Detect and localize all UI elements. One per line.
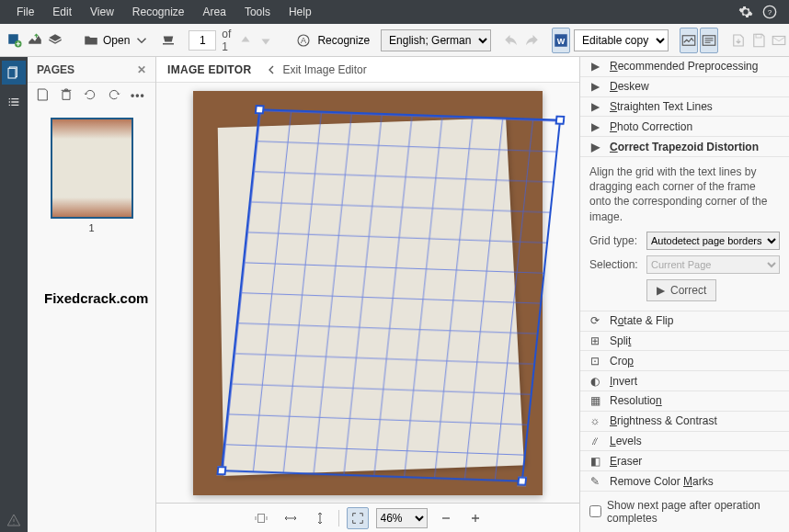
- fit-window-icon[interactable]: [347, 507, 369, 529]
- list-tab-icon[interactable]: [2, 90, 26, 114]
- correct-button[interactable]: ▶Correct: [646, 279, 716, 301]
- rp-split[interactable]: ⊞Split: [580, 332, 789, 352]
- page-thumbnail[interactable]: [51, 118, 133, 219]
- help-icon[interactable]: ?: [758, 0, 782, 24]
- menu-help[interactable]: Help: [280, 0, 321, 24]
- selection-select[interactable]: Current Page: [646, 255, 780, 274]
- undo-button[interactable]: [502, 28, 520, 53]
- rp-brightness[interactable]: ☼Brightness & Contrast: [580, 412, 789, 432]
- rp-recommended[interactable]: ▶Recommended Preprocessing: [580, 57, 789, 77]
- rotate-right-icon[interactable]: [107, 87, 121, 105]
- menu-area[interactable]: Area: [194, 0, 235, 24]
- menu-file[interactable]: File: [7, 0, 43, 24]
- thumb-label: 1: [88, 222, 94, 233]
- warning-icon[interactable]: [2, 508, 26, 532]
- split-icon: ⊞: [588, 334, 602, 348]
- fit-page-icon[interactable]: [250, 507, 272, 529]
- grid-handle-br[interactable]: [517, 476, 527, 485]
- brightness-icon: ☼: [588, 413, 602, 428]
- rp-trapezoid-panel: Align the grid with the text lines by dr…: [580, 157, 789, 311]
- document-background: [193, 91, 543, 495]
- svg-text:A: A: [301, 36, 306, 45]
- recognize-button[interactable]: A Recognize: [286, 28, 379, 53]
- open-label: Open: [103, 34, 130, 47]
- rotate-icon: ⟳: [588, 313, 602, 328]
- menu-view[interactable]: View: [81, 0, 123, 24]
- rp-remove-marks[interactable]: ✎Remove Color Marks: [580, 471, 789, 492]
- close-pages-icon[interactable]: ✕: [137, 63, 146, 76]
- scan-button[interactable]: [159, 28, 177, 53]
- editor-area: IMAGE EDITOR Exit Image Editor: [156, 57, 579, 532]
- grid-handle-tl[interactable]: [255, 105, 265, 114]
- pages-tab-icon[interactable]: [2, 61, 26, 85]
- lines-icon: ▶: [588, 99, 602, 114]
- layers-button[interactable]: [46, 28, 64, 53]
- document-page: [218, 118, 524, 476]
- left-sidebar: [0, 57, 28, 532]
- rp-photo[interactable]: ▶Photo Correction: [580, 117, 789, 137]
- rp-resolution[interactable]: ▦Resolution: [580, 391, 789, 412]
- show-next-label: Show next page after operation completes: [607, 499, 780, 525]
- zoom-select[interactable]: 46%: [376, 508, 428, 528]
- remove-marks-icon: ✎: [588, 474, 602, 489]
- wand-icon: ▶: [588, 59, 602, 74]
- page-up-button[interactable]: [236, 28, 255, 53]
- exit-editor-link[interactable]: Exit Image Editor: [264, 62, 366, 77]
- grid-type-select[interactable]: Autodetect page borders: [646, 232, 780, 250]
- add-scan-button[interactable]: [26, 28, 44, 53]
- view-text-button[interactable]: [700, 28, 718, 53]
- canvas[interactable]: [156, 83, 579, 503]
- pages-title: PAGES: [37, 63, 74, 76]
- rp-trapezoid[interactable]: ▶Correct Trapezoid Distortion: [580, 137, 789, 157]
- crop-icon: ⊡: [588, 354, 602, 368]
- show-next-checkbox[interactable]: [589, 505, 601, 517]
- fit-height-icon[interactable]: [309, 507, 331, 529]
- delete-page-icon[interactable]: [59, 87, 74, 105]
- main-toolbar: Open of 1 A Recognize English; German W …: [0, 24, 789, 57]
- editable-copy-select[interactable]: Editable copy: [574, 29, 669, 51]
- trapezoid-hint: Align the grid with the text lines by dr…: [589, 164, 780, 224]
- svg-rect-11: [772, 36, 785, 44]
- open-button[interactable]: Open: [75, 28, 157, 53]
- invert-icon: ◐: [588, 374, 602, 389]
- language-select[interactable]: English; German: [381, 29, 491, 51]
- page-number-input[interactable]: [189, 30, 216, 51]
- svg-rect-13: [8, 68, 16, 78]
- svg-rect-14: [257, 514, 264, 522]
- new-task-button[interactable]: [6, 28, 24, 53]
- gear-icon[interactable]: [734, 0, 758, 24]
- save-page-icon[interactable]: [35, 87, 50, 105]
- menu-recognize[interactable]: Recognize: [123, 0, 194, 24]
- grid-type-label: Grid type:: [589, 234, 641, 247]
- menu-bar: File Edit View Recognize Area Tools Help…: [0, 0, 789, 24]
- rp-rotate[interactable]: ⟳Rotate & Flip: [580, 311, 789, 332]
- page-of-label: of 1: [222, 28, 231, 53]
- save-button[interactable]: [749, 28, 768, 53]
- recognize-label: Recognize: [317, 34, 370, 47]
- rp-eraser[interactable]: ◧Eraser: [580, 451, 789, 471]
- rotate-left-icon[interactable]: [83, 87, 97, 105]
- redo-button[interactable]: [522, 28, 541, 53]
- grid-handle-tr[interactable]: [555, 115, 566, 124]
- rp-invert[interactable]: ◐Invert: [580, 371, 789, 391]
- email-button[interactable]: [770, 28, 788, 53]
- send-to-button[interactable]: [729, 28, 748, 53]
- more-icon[interactable]: •••: [131, 89, 145, 102]
- svg-text:?: ?: [768, 8, 772, 17]
- page-down-button[interactable]: [257, 28, 275, 53]
- zoom-out-icon[interactable]: [435, 507, 457, 529]
- rp-crop[interactable]: ⊡Crop: [580, 351, 789, 371]
- menu-tools[interactable]: Tools: [235, 0, 280, 24]
- editor-title: IMAGE EDITOR: [167, 63, 251, 76]
- word-export-button[interactable]: W: [552, 28, 570, 53]
- play-icon: ▶: [657, 284, 665, 297]
- rp-straighten[interactable]: ▶Straighten Text Lines: [580, 97, 789, 118]
- rp-deskew[interactable]: ▶Deskew: [580, 77, 789, 97]
- view-image-button[interactable]: [680, 28, 698, 53]
- selection-label: Selection:: [589, 258, 641, 271]
- zoom-in-icon[interactable]: [464, 507, 486, 529]
- fit-width-icon[interactable]: [280, 507, 302, 529]
- menu-edit[interactable]: Edit: [43, 0, 81, 24]
- rp-levels[interactable]: ⫽Levels: [580, 432, 789, 452]
- show-next-checkbox-row: Show next page after operation completes: [580, 492, 789, 532]
